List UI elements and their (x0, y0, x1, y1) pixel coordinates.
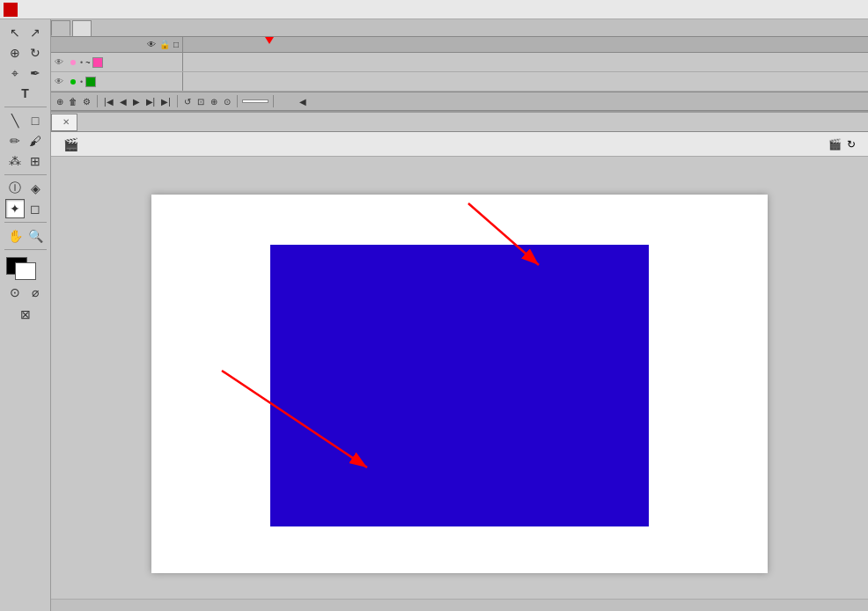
onion-skin-btn[interactable]: ⊕ (209, 97, 219, 107)
timeline-tabs (51, 19, 868, 37)
zoom-tool[interactable]: 🔍 (26, 226, 45, 246)
layer-row-2: 👁 • ~ (51, 53, 868, 72)
fill-color-swatch[interactable] (15, 262, 36, 280)
3d-rotate-tool[interactable]: ↻ (26, 43, 45, 63)
layer-2-dot-marker: • (80, 58, 83, 67)
timeline-ruler: 👁 🔒 □ (51, 37, 868, 53)
layer-2-visibility-icon[interactable]: 👁 (55, 57, 63, 67)
doc-tab-close-btn[interactable]: ✕ (63, 117, 70, 127)
eraser-tool[interactable]: ◻ (26, 199, 45, 218)
layer-1-frames[interactable] (183, 72, 868, 91)
layer-props-btn[interactable]: ⚙ (81, 97, 92, 107)
rect-tool[interactable]: □ (26, 111, 45, 130)
layer-row-1: 👁 • (51, 72, 868, 92)
arrow-tool[interactable]: ↖ (5, 23, 25, 42)
new-layer-btn[interactable]: ⊕ (55, 97, 65, 107)
scene-icon-2: 🎬 (828, 138, 842, 151)
next-frame-btn[interactable]: ▶| (144, 97, 158, 107)
tool-group-pencil: ✏ 🖌 (5, 131, 45, 151)
main-layout: ↖ ↗ ⊕ ↻ ⌖ ✒ T ╲ □ ✏ 🖌 ⁂ ⊞ Ⓘ ◈ ✦ (0, 19, 868, 611)
tool-group-hand: ✋ 🔍 (5, 226, 45, 246)
prev-frame-btn[interactable]: ◀ (118, 97, 129, 107)
snap-tool[interactable]: ⊙ (5, 283, 25, 302)
color-swatches (6, 257, 45, 282)
tab-animation-editor[interactable] (72, 20, 92, 36)
scene-rotate-icon: ↻ (847, 138, 856, 151)
deco-tool[interactable]: ⊞ (26, 151, 45, 171)
menu-edit[interactable] (35, 8, 46, 11)
goto-last-btn[interactable]: ▶| (159, 97, 173, 107)
play-btn[interactable]: ▶ (131, 97, 142, 107)
brush-tool[interactable]: 🖌 (26, 131, 45, 151)
pen-tool[interactable]: ✒ (26, 63, 45, 83)
timeline-scroll-left[interactable]: ◀ (298, 97, 308, 107)
line-tool[interactable]: ╲ (5, 111, 25, 130)
spray-tool[interactable]: ⁂ (5, 151, 25, 171)
pb-separator-1 (97, 95, 98, 107)
menu-insert[interactable] (60, 8, 70, 11)
menu-help[interactable] (146, 8, 157, 11)
layer-2-info: 👁 • ~ (51, 53, 183, 71)
menu-control[interactable] (109, 8, 120, 11)
tool-group-ink: Ⓘ ◈ (5, 179, 45, 198)
layer-1-visibility-icon[interactable]: 👁 (55, 77, 63, 86)
free-transform-tool[interactable]: ⊕ (5, 43, 25, 63)
timeline-panel: 👁 🔒 □ 👁 • ~ (51, 19, 868, 113)
loop-btn[interactable]: ↺ (182, 97, 193, 107)
delete-layer-btn[interactable]: 🗑 (67, 97, 79, 107)
frame-icon[interactable]: □ (173, 40, 179, 49)
tool-group-bottom: ⊙ ⌀ (5, 283, 45, 302)
ink-bottle-tool[interactable]: Ⓘ (5, 179, 25, 198)
eye-icon[interactable]: 👁 (147, 40, 156, 49)
layer-column-header: 👁 🔒 □ (51, 37, 183, 52)
stage-content (151, 195, 768, 573)
pb-separator-2 (177, 95, 178, 107)
layer-1-dot-marker: • (80, 77, 83, 86)
layer-1-color-dot (70, 79, 76, 85)
tool-group-line: ╲ □ (5, 111, 45, 130)
frames-ruler (183, 37, 868, 52)
canvas-scrollbar (51, 599, 868, 611)
menu-text[interactable] (85, 8, 95, 11)
caption-text (270, 526, 649, 541)
tool-group-transform: ⊕ ↻ (5, 43, 45, 63)
text-tool[interactable]: T (16, 84, 35, 103)
menu-command[interactable] (97, 8, 107, 11)
layer-1-color-box (85, 77, 96, 87)
layer-2-frames[interactable] (183, 53, 868, 71)
tool-group-arrow: ↖ ↗ (5, 23, 45, 42)
tool-group-eyedropper: ✦ ◻ (5, 199, 45, 218)
menu-file[interactable] (23, 8, 33, 11)
edit-frames-btn[interactable]: ⊡ (195, 97, 206, 107)
layer-1-info: 👁 • (51, 72, 183, 91)
menu-window[interactable] (134, 8, 144, 11)
goto-first-btn[interactable]: |◀ (102, 97, 115, 107)
scene-right-controls: 🎬 ↻ (828, 138, 861, 151)
tool-separator-2 (4, 174, 47, 175)
toolbar: ↖ ↗ ⊕ ↻ ⌖ ✒ T ╲ □ ✏ 🖌 ⁂ ⊞ Ⓘ ◈ ✦ (0, 19, 51, 611)
current-frame-field[interactable] (242, 99, 268, 103)
pb-separator-3 (237, 95, 238, 107)
paint-bucket-tool[interactable]: ◈ (26, 179, 45, 198)
menu-view[interactable] (48, 8, 58, 11)
doc-tab-current[interactable]: ✕ (51, 114, 77, 131)
lasso-tool[interactable]: ⌖ (5, 63, 25, 83)
subselect-tool[interactable]: ↗ (26, 23, 45, 42)
tool-separator-1 (4, 107, 47, 107)
onion-outline-btn[interactable]: ⊙ (222, 97, 232, 107)
scene-bar: 🎬 🎬 ↻ (51, 132, 868, 157)
layer-2-color-dot (70, 60, 76, 65)
canvas-stage[interactable] (151, 195, 768, 573)
lock-icon[interactable]: 🔒 (159, 40, 170, 49)
tab-timeline[interactable] (51, 20, 70, 36)
pencil-tool[interactable]: ✏ (5, 131, 25, 151)
tool-separator-4 (4, 249, 47, 250)
eyedropper-tool[interactable]: ✦ (5, 199, 25, 218)
smooth-tool[interactable]: ⌀ (26, 283, 45, 302)
menu-debug[interactable] (121, 8, 132, 11)
menu-modify[interactable] (72, 8, 83, 11)
bottom-tool[interactable]: ⊠ (16, 305, 35, 324)
hand-tool[interactable]: ✋ (5, 226, 25, 246)
scene-icon: 🎬 (63, 137, 78, 151)
blue-rectangle (270, 245, 649, 526)
